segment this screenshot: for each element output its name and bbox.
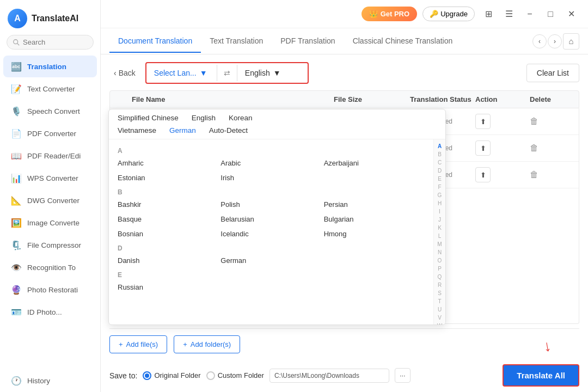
sidebar-item-speech-convert[interactable]: 🎙️ Speech Convert bbox=[3, 100, 97, 122]
lang-item-basque[interactable]: Basque bbox=[118, 213, 218, 225]
alpha-A[interactable]: A bbox=[438, 143, 442, 150]
lang-item-arabic[interactable]: Arabic bbox=[220, 157, 321, 169]
lang-item-german[interactable]: German bbox=[220, 255, 321, 266]
alpha-I[interactable]: I bbox=[439, 208, 440, 216]
sidebar-item-history[interactable]: 🕐 History bbox=[3, 370, 97, 391]
action-icon-1[interactable]: ⬆ bbox=[475, 140, 491, 156]
original-folder-radio[interactable] bbox=[143, 371, 151, 380]
alpha-V[interactable]: V bbox=[438, 314, 442, 322]
lang-item-amharic[interactable]: Amharic bbox=[118, 157, 218, 169]
back-button[interactable]: ‹ Back bbox=[109, 66, 140, 79]
tab-classical[interactable]: Classical Chinese Translation bbox=[344, 30, 462, 53]
lang-item-irish[interactable]: Irish bbox=[220, 172, 321, 183]
alpha-W[interactable]: W bbox=[437, 322, 442, 325]
sidebar-item-file-compressor[interactable]: 🗜️ File Compressor bbox=[3, 234, 97, 256]
lang-item-bulgarian[interactable]: Bulgarian bbox=[324, 213, 425, 225]
action-icon-0[interactable]: ⬆ bbox=[475, 114, 491, 129]
alpha-T[interactable]: T bbox=[438, 298, 441, 305]
tabs-next-button[interactable]: › bbox=[548, 34, 562, 48]
upgrade-button[interactable]: 🔑 Upgrade bbox=[422, 7, 475, 21]
delete-icon-0[interactable]: 🗑 bbox=[530, 117, 538, 126]
alpha-E[interactable]: E bbox=[438, 175, 442, 183]
maximize-button[interactable]: □ bbox=[542, 6, 559, 22]
alpha-Q[interactable]: Q bbox=[438, 273, 442, 281]
sidebar-item-dwg-converter[interactable]: 📐 DWG Converter bbox=[3, 189, 97, 211]
alpha-N[interactable]: N bbox=[438, 249, 442, 256]
search-box[interactable] bbox=[7, 35, 94, 50]
alpha-R[interactable]: R bbox=[438, 281, 442, 289]
sidebar-item-pdf-reader[interactable]: 📖 PDF Reader/Edi bbox=[3, 145, 97, 167]
action-icon-2[interactable]: ⬆ bbox=[475, 167, 491, 182]
alpha-L[interactable]: L bbox=[438, 232, 442, 240]
lang-item-bashkir[interactable]: Bashkir bbox=[118, 199, 218, 210]
row-action-0[interactable]: ⬆ bbox=[475, 114, 530, 129]
alpha-F[interactable]: F bbox=[438, 183, 441, 191]
sidebar-item-id-photo[interactable]: 🪪 ID Photo... bbox=[3, 301, 97, 323]
lang-item-icelandic[interactable]: Icelandic bbox=[220, 228, 321, 240]
source-language-button[interactable]: Select Lan... ▼ bbox=[146, 65, 217, 81]
browse-path-button[interactable]: ··· bbox=[395, 368, 411, 383]
pinned-german[interactable]: German bbox=[169, 126, 196, 134]
tabs-home-button[interactable]: ⌂ bbox=[563, 33, 579, 50]
lang-item-persian[interactable]: Persian bbox=[324, 199, 425, 210]
lang-item-hmong[interactable]: Hmong bbox=[324, 228, 425, 240]
sidebar-item-translation[interactable]: 🔤 Translation bbox=[3, 56, 97, 77]
tab-pdf[interactable]: PDF Translation bbox=[272, 30, 344, 53]
pinned-simplified-chinese[interactable]: Simplified Chinese bbox=[118, 114, 179, 122]
alpha-U[interactable]: U bbox=[438, 306, 442, 314]
lang-item-russian[interactable]: Russian bbox=[118, 281, 218, 293]
alpha-P[interactable]: P bbox=[438, 265, 442, 273]
sidebar-item-recognition[interactable]: 👁️ Recognition To bbox=[3, 256, 97, 278]
tab-document[interactable]: Document Translation bbox=[109, 30, 201, 53]
clear-list-button[interactable]: Clear List bbox=[526, 64, 579, 82]
alpha-M[interactable]: M bbox=[437, 241, 442, 248]
alpha-C[interactable]: C bbox=[438, 159, 442, 167]
search-input[interactable] bbox=[23, 38, 88, 46]
add-files-button[interactable]: + Add file(s) bbox=[109, 335, 167, 353]
sidebar-item-image-converter[interactable]: 🖼️ Image Converte bbox=[3, 212, 97, 234]
row-action-2[interactable]: ⬆ bbox=[475, 167, 530, 182]
alpha-J[interactable]: J bbox=[438, 216, 441, 224]
save-path-input[interactable] bbox=[270, 369, 389, 383]
row-delete-0[interactable]: 🗑 bbox=[530, 117, 573, 126]
custom-folder-option[interactable]: Custom Folder bbox=[206, 371, 264, 380]
alpha-H[interactable]: H bbox=[438, 200, 442, 207]
minimize-button[interactable]: − bbox=[522, 6, 538, 22]
sidebar-item-text-converter[interactable]: 📝 Text Converter bbox=[3, 78, 97, 100]
lang-item-polish[interactable]: Polish bbox=[220, 199, 321, 210]
delete-icon-1[interactable]: 🗑 bbox=[530, 143, 538, 152]
lang-item-danish[interactable]: Danish bbox=[118, 255, 218, 266]
pinned-english[interactable]: English bbox=[192, 114, 216, 122]
menu-button[interactable]: ☰ bbox=[501, 6, 517, 22]
custom-folder-radio[interactable] bbox=[206, 371, 215, 380]
sidebar-item-wps-converter[interactable]: 📊 WPS Converter bbox=[3, 167, 97, 189]
tab-text[interactable]: Text Translation bbox=[201, 30, 272, 53]
pinned-korean[interactable]: Korean bbox=[229, 114, 253, 122]
lang-item-estonian[interactable]: Estonian bbox=[118, 172, 218, 183]
target-language-button[interactable]: English ▼ bbox=[237, 65, 308, 81]
lang-item-belarusian[interactable]: Belarusian bbox=[220, 213, 321, 225]
add-folder-button[interactable]: + Add folder(s) bbox=[174, 335, 240, 353]
original-folder-option[interactable]: Original Folder bbox=[143, 371, 200, 380]
get-pro-button[interactable]: 👑 Get PRO bbox=[362, 7, 417, 21]
lang-item-azerbaijani[interactable]: Azerbaijani bbox=[324, 157, 425, 169]
close-button[interactable]: ✕ bbox=[563, 6, 579, 22]
alpha-D[interactable]: D bbox=[438, 167, 442, 175]
fit-window-button[interactable]: ⊞ bbox=[480, 6, 497, 22]
delete-icon-2[interactable]: 🗑 bbox=[530, 170, 538, 179]
alpha-B[interactable]: B bbox=[438, 151, 442, 158]
alpha-G[interactable]: G bbox=[438, 192, 442, 199]
row-delete-1[interactable]: 🗑 bbox=[530, 143, 573, 153]
sidebar-item-photo-restore[interactable]: 🔮 Photo Restorati bbox=[3, 279, 97, 301]
sidebar-item-pdf-converter[interactable]: 📄 PDF Converter bbox=[3, 122, 97, 144]
pinned-auto-detect[interactable]: Auto-Detect bbox=[209, 126, 248, 134]
translate-all-button[interactable]: Translate All bbox=[503, 364, 579, 387]
pinned-vietnamese[interactable]: Vietnamese bbox=[118, 126, 156, 134]
tabs-prev-button[interactable]: ‹ bbox=[532, 34, 547, 48]
lang-item-bosnian[interactable]: Bosnian bbox=[118, 228, 218, 240]
swap-languages-button[interactable]: ⇄ bbox=[217, 63, 237, 83]
alpha-S[interactable]: S bbox=[438, 290, 442, 297]
language-dropdown[interactable]: Simplified Chinese English Korean Vietna… bbox=[108, 109, 446, 325]
row-delete-2[interactable]: 🗑 bbox=[530, 170, 573, 180]
alpha-K[interactable]: K bbox=[438, 224, 442, 232]
